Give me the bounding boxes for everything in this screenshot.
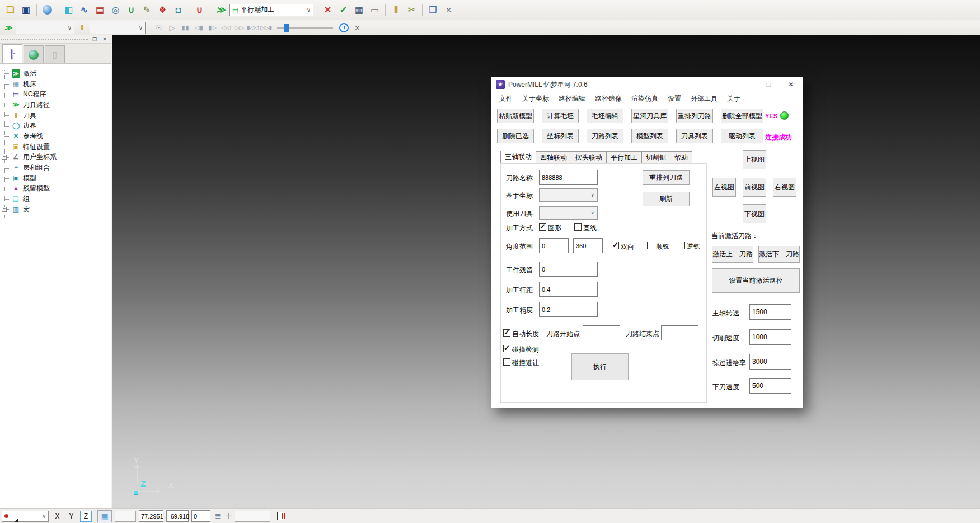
expand-icon[interactable] xyxy=(2,207,7,212)
expand-icon[interactable] xyxy=(2,155,7,160)
delete-all-models-button[interactable]: 删除全部模型 xyxy=(721,109,763,123)
points-icon[interactable] xyxy=(156,3,170,17)
verify-icon[interactable] xyxy=(321,3,335,17)
auto-length-checkbox[interactable] xyxy=(503,329,510,337)
strategy-preset-dropdown[interactable]: 平行精加工 ∨ xyxy=(229,4,313,16)
measure-icon[interactable] xyxy=(368,3,382,17)
spindle-speed-input[interactable] xyxy=(749,304,791,320)
menu-coords[interactable]: 关于坐标 xyxy=(522,94,549,104)
toolbar-close-icon[interactable] xyxy=(442,3,456,17)
fast-forward-icon[interactable] xyxy=(233,22,245,34)
menu-external-tools[interactable]: 外部工具 xyxy=(691,94,718,104)
rearrange-toolpaths-button[interactable]: 重排列刀路 xyxy=(676,109,713,123)
circular-checkbox[interactable] xyxy=(539,223,546,231)
cutting-feed-input[interactable] xyxy=(749,329,791,345)
skim-feed-input[interactable] xyxy=(749,354,791,370)
rewind-icon[interactable] xyxy=(220,22,232,34)
view-bottom-button[interactable]: 下视图 xyxy=(743,204,766,223)
tree-item-macros[interactable]: 宏 xyxy=(0,204,111,215)
drag-handle[interactable] xyxy=(1,39,88,40)
base-coord-dropdown[interactable]: ∨ xyxy=(539,188,598,202)
tab-swivel-head[interactable]: 摆头联动 xyxy=(571,151,607,163)
tree-item-workplanes[interactable]: 用户坐标系 xyxy=(0,152,111,163)
plunge-feed-input[interactable] xyxy=(749,378,791,394)
measure-field[interactable] xyxy=(235,511,270,522)
drive-list-button[interactable]: 驱动列表 xyxy=(721,129,763,143)
grid-size-field[interactable] xyxy=(115,511,136,522)
tab-three-axis[interactable]: 三轴联动 xyxy=(500,151,536,163)
leads-icon[interactable] xyxy=(124,3,138,17)
go-end-icon[interactable] xyxy=(260,22,272,34)
sim-toolpath-dropdown[interactable]: ∨ xyxy=(16,22,74,34)
open-project-icon[interactable] xyxy=(3,3,17,17)
angle-to-input[interactable] xyxy=(573,238,603,253)
play-icon[interactable] xyxy=(166,22,178,34)
light-icon[interactable] xyxy=(153,22,165,34)
tree-item-levels-sets[interactable]: 层和组合 xyxy=(0,162,111,173)
page-status-icon[interactable] xyxy=(277,512,283,520)
recycle-tab[interactable] xyxy=(45,45,65,63)
conventional-checkbox[interactable] xyxy=(678,242,685,249)
tree-item-patterns[interactable]: 参考线 xyxy=(0,131,111,142)
compare-icon[interactable] xyxy=(426,3,440,17)
probe-icon[interactable] xyxy=(226,512,232,520)
menu-render-sim[interactable]: 渲染仿真 xyxy=(631,94,658,104)
restore-panel-icon[interactable]: ❐ xyxy=(91,36,99,43)
dialog-titlebar[interactable]: PowerMILL 忆梦星河 7.0.6 xyxy=(491,77,803,92)
tab-saw[interactable]: 切割锯 xyxy=(641,151,670,163)
stepover-input[interactable] xyxy=(539,282,598,297)
simulate-check-icon[interactable] xyxy=(336,3,350,17)
maximize-button[interactable]: □ xyxy=(759,77,778,92)
rearrange-toolpaths-button-2[interactable]: 重排列刀路 xyxy=(643,170,690,185)
calculator-icon[interactable] xyxy=(352,3,366,17)
stock-remain-input[interactable] xyxy=(539,262,598,277)
clock-icon[interactable] xyxy=(338,22,350,34)
view-front-button[interactable]: 前视图 xyxy=(743,178,766,197)
climb-checkbox[interactable] xyxy=(647,242,654,249)
step-forward-icon[interactable] xyxy=(207,22,218,34)
tree-item-feature-sets[interactable]: 特征设置 xyxy=(0,142,111,152)
step-back-icon[interactable] xyxy=(193,22,205,34)
collision-avoid-checkbox[interactable] xyxy=(503,358,510,366)
execute-button[interactable]: 执行 xyxy=(571,353,629,380)
set-current-path-button[interactable]: 设置当前激活路径 xyxy=(712,268,800,293)
toolpath-name-input[interactable] xyxy=(539,170,598,185)
tab-four-axis[interactable]: 四轴联动 xyxy=(536,151,571,163)
xyz-list-icon[interactable] xyxy=(215,512,221,520)
calc-block-button[interactable]: 计算毛坯 xyxy=(542,109,579,123)
axis-z-button[interactable]: Z xyxy=(80,511,92,522)
save-project-icon[interactable] xyxy=(19,3,33,17)
web-tab[interactable] xyxy=(24,45,44,63)
toolholder-icon[interactable] xyxy=(193,3,207,17)
nc-program-icon[interactable] xyxy=(93,3,107,17)
close-button[interactable]: ✕ xyxy=(781,77,800,92)
tree-item-nc-programs[interactable]: NC程序 xyxy=(0,89,111,100)
bidirectional-checkbox[interactable] xyxy=(612,242,619,249)
activate-prev-button[interactable]: 激活上一刀路 xyxy=(712,246,753,263)
start-point-input[interactable] xyxy=(583,325,620,340)
tree-item-models[interactable]: 模型 xyxy=(0,173,111,184)
tree-item-activate[interactable]: 激活 xyxy=(0,68,111,79)
tool-list-button[interactable]: 刀具列表 xyxy=(676,129,713,143)
tool-library-button[interactable]: 星河刀具库 xyxy=(631,109,668,123)
model-list-button[interactable]: 模型列表 xyxy=(631,129,668,143)
end-point-input[interactable] xyxy=(661,325,698,340)
minimize-button[interactable]: — xyxy=(737,77,756,92)
tree-item-toolpaths[interactable]: 刀具路径 xyxy=(0,100,111,110)
refresh-button[interactable]: 刷新 xyxy=(643,192,690,206)
coord-list-button[interactable]: 坐标列表 xyxy=(542,129,579,143)
paste-new-model-button[interactable]: 粘贴新模型 xyxy=(497,109,534,123)
axis-x-button[interactable]: X xyxy=(52,511,63,522)
toolpath-list-button[interactable]: 刀路列表 xyxy=(587,129,623,143)
tree-item-boundaries[interactable]: 边界 xyxy=(0,120,111,131)
activate-next-button[interactable]: 激活下一刀路 xyxy=(758,246,800,263)
transform-icon[interactable] xyxy=(405,3,419,17)
toolpath-curve-icon[interactable] xyxy=(77,3,91,17)
view-left-button[interactable]: 左视图 xyxy=(712,178,736,197)
tree-item-machine[interactable]: 机床 xyxy=(0,79,111,90)
block-edit-button[interactable]: 毛坯编辑 xyxy=(587,109,623,123)
explorer-tree-tab[interactable] xyxy=(2,44,22,63)
slider-handle[interactable] xyxy=(284,24,289,32)
close-panel-icon[interactable]: ✕ xyxy=(101,36,109,43)
tab-parallel[interactable]: 平行加工 xyxy=(606,151,642,163)
